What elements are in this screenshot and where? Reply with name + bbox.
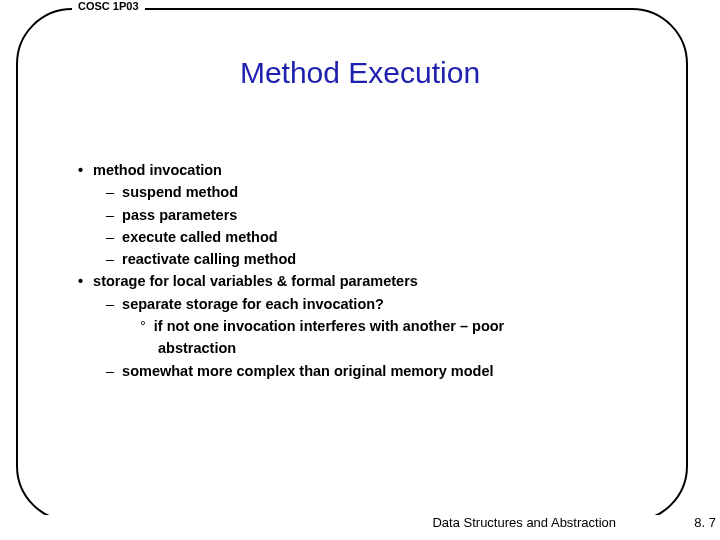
bullet-level1: storage for local variables & formal par… — [78, 271, 650, 291]
bullet-level2: suspend method — [106, 182, 650, 202]
slide-content: method invocation suspend method pass pa… — [78, 160, 650, 383]
bullet-level3: if not one invocation interferes with an… — [140, 316, 650, 336]
bullet-level2: reactivate calling method — [106, 249, 650, 269]
footer-area: Data Structures and Abstraction — [0, 515, 680, 530]
course-code: COSC 1P03 — [72, 0, 145, 12]
bullet-level2: execute called method — [106, 227, 650, 247]
slide: COSC 1P03 Method Execution method invoca… — [0, 0, 720, 540]
footer-text: Data Structures and Abstraction — [424, 515, 624, 530]
page-number: 8. 7 — [694, 515, 716, 530]
bullet-level2: pass parameters — [106, 205, 650, 225]
bullet-level1: method invocation — [78, 160, 650, 180]
bullet-level2: somewhat more complex than original memo… — [106, 361, 650, 381]
bullet-level2: separate storage for each invocation? — [106, 294, 650, 314]
slide-title: Method Execution — [0, 56, 720, 90]
bullet-level3-continuation: abstraction — [158, 338, 650, 358]
